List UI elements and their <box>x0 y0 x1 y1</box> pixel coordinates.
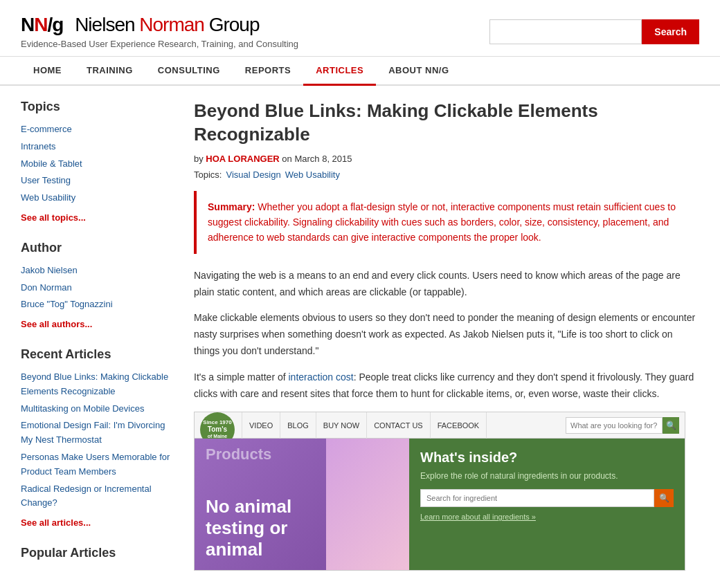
sidebar-link-mobile[interactable]: Mobile & Tablet <box>21 156 173 173</box>
main-content: Topics E-commerce Intranets Mobile & Tab… <box>0 86 720 585</box>
logo-slash: /g <box>47 14 63 35</box>
logo-nn: N <box>21 14 34 35</box>
recent-articles-heading: Recent Articles <box>21 347 173 362</box>
article-content: Beyond Blue Links: Making Clickable Elem… <box>194 100 699 571</box>
article-meta: by HOA LORANGER on March 8, 2015 <box>194 154 699 164</box>
screenshot-left: Products No animaltesting oranimal <box>195 439 409 571</box>
logo-area: NN/g Nielsen Norman Group Evidence-Based… <box>21 14 298 49</box>
article-title: Beyond Blue Links: Making Clickable Elem… <box>194 100 699 147</box>
sidebar-recent-0[interactable]: Beyond Blue Links: Making Clickable Elem… <box>21 369 173 401</box>
screenshot-nav-video[interactable]: VIDEO <box>242 412 280 439</box>
screenshot-right: What's inside? Explore the role of natur… <box>409 439 685 571</box>
sidebar-link-webusability[interactable]: Web Usability <box>21 190 173 207</box>
sidebar-link-usertesting[interactable]: User Testing <box>21 172 173 190</box>
article-para-2: Make clickable elements obvious to users… <box>194 310 699 359</box>
summary-text: Whether you adopt a flat-design style or… <box>208 201 676 244</box>
nav-home[interactable]: HOME <box>21 57 74 86</box>
sidebar-link-intranets[interactable]: Intranets <box>21 138 173 156</box>
author-heading: Author <box>21 241 173 255</box>
logo-n-red: N <box>34 14 47 35</box>
search-button[interactable]: Search <box>642 19 699 44</box>
screenshot-nav-facebook[interactable]: FACEBOOK <box>431 412 487 439</box>
summary-label: Summary: <box>208 201 255 212</box>
article-topics: Topics: Visual Design Web Usability <box>194 169 699 180</box>
main-nav: HOME TRAINING CONSULTING REPORTS ARTICLE… <box>0 57 720 86</box>
see-all-articles[interactable]: See all articles... <box>21 515 173 532</box>
summary-box: Summary: Whether you adopt a flat-design… <box>194 191 699 254</box>
search-input[interactable] <box>489 19 642 44</box>
screenshot-nav-buynow[interactable]: BUY NOW <box>316 412 367 439</box>
screenshot-search-button[interactable]: 🔍 <box>663 417 679 434</box>
sidebar-link-ecommerce[interactable]: E-commerce <box>21 121 173 138</box>
screenshot-left-text: No animaltesting oranimal <box>206 496 291 561</box>
logo-nielsen: Nielsen <box>75 14 139 35</box>
sidebar-link-don[interactable]: Don Norman <box>21 279 173 297</box>
sidebar: Topics E-commerce Intranets Mobile & Tab… <box>21 100 173 571</box>
nav-training[interactable]: TRAINING <box>74 57 145 86</box>
article-screenshot: Since 1970 Tom's of Maine VIDEO BLOG BUY… <box>194 412 685 571</box>
see-all-topics[interactable]: See all topics... <box>21 210 173 227</box>
screenshot-learn-more[interactable]: Learn more about all ingredients » <box>420 513 536 521</box>
logo-text[interactable]: NN/g Nielsen Norman Group <box>21 14 298 36</box>
sidebar-link-jakob[interactable]: Jakob Nielsen <box>21 262 173 279</box>
nav-about[interactable]: ABOUT NN/G <box>376 57 461 86</box>
topic-web-usability[interactable]: Web Usability <box>285 169 340 180</box>
screenshot-nav-contact[interactable]: CONTACT US <box>367 412 431 439</box>
screenshot-search-area: 🔍 <box>566 417 679 434</box>
screenshot-right-search: 🔍 <box>420 489 674 507</box>
screenshot-nav-blog[interactable]: BLOG <box>280 412 316 439</box>
screenshot-search-input[interactable] <box>566 417 663 434</box>
tagline: Evidence-Based User Experience Research,… <box>21 39 298 49</box>
search-area: Search <box>489 19 699 44</box>
nav-articles[interactable]: ARTICLES <box>303 57 376 86</box>
interaction-cost-link[interactable]: interaction cost <box>289 371 354 383</box>
screenshot-products-label: Products <box>206 445 271 463</box>
logo-norman: Norman <box>139 14 204 35</box>
sidebar-recent-2[interactable]: Emotional Design Fail: I'm Divorcing My … <box>21 417 173 449</box>
sidebar-recent-4[interactable]: Radical Redesign or Incremental Change? <box>21 481 173 513</box>
article-date: on March 8, 2015 <box>280 154 352 164</box>
screenshot-ingredient-search-button[interactable]: 🔍 <box>654 489 674 507</box>
topics-label: Topics: <box>194 169 222 180</box>
author-link[interactable]: HOA LORANGER <box>206 154 279 164</box>
sidebar-recent-3[interactable]: Personas Make Users Memorable for Produc… <box>21 449 173 481</box>
see-all-authors[interactable]: See all authors... <box>21 316 173 333</box>
screenshot-body: Products No animaltesting oranimal What'… <box>195 439 685 571</box>
screenshot-right-heading: What's inside? <box>420 450 517 466</box>
author-prefix: by <box>194 154 206 164</box>
sidebar-recent-1[interactable]: Multitasking on Mobile Devices <box>21 401 173 418</box>
sidebar-link-bruce[interactable]: Bruce "Tog" Tognazzini <box>21 296 173 313</box>
nav-reports[interactable]: REPORTS <box>233 57 303 86</box>
logo-group: Group <box>204 14 260 35</box>
nav-consulting[interactable]: CONSULTING <box>145 57 233 86</box>
popular-articles-heading: Popular Articles <box>21 546 173 560</box>
topics-heading: Topics <box>21 100 173 114</box>
article-para-1: Navigating the web is a means to an end … <box>194 268 699 301</box>
page-header: NN/g Nielsen Norman Group Evidence-Based… <box>0 0 720 57</box>
screenshot-nav: Since 1970 Tom's of Maine VIDEO BLOG BUY… <box>195 412 685 439</box>
summary-content: Summary: Whether you adopt a flat-design… <box>208 201 676 244</box>
article-para-3: It's a simple matter of interaction cost… <box>194 369 699 403</box>
topic-visual-design[interactable]: Visual Design <box>226 169 280 180</box>
para3-pre: It's a simple matter of <box>194 371 289 383</box>
screenshot-right-text: Explore the role of natural ingredients … <box>420 470 618 482</box>
screenshot-ingredient-input[interactable] <box>420 489 654 507</box>
